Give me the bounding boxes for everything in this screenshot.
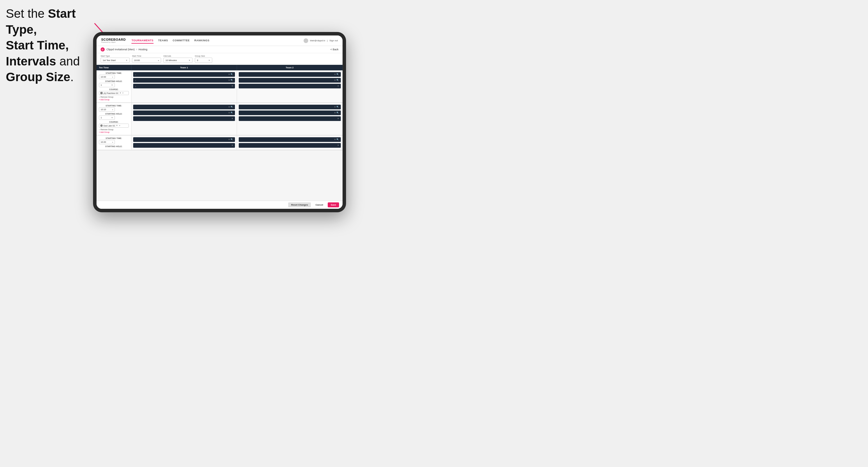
- th-team2: Team 2: [237, 65, 343, 70]
- chevron-down-icon-2: ▼: [188, 59, 190, 61]
- course-tag-1[interactable]: (A) Peachtree GC ✕ ▼: [99, 91, 129, 95]
- player-remove-icon[interactable]: ✕ 🔍: [334, 138, 339, 141]
- add-group-2[interactable]: + Add Group: [99, 131, 129, 133]
- course-icon-1: [100, 92, 103, 94]
- back-button[interactable]: < Back: [330, 48, 339, 51]
- starting-hole-input-1[interactable]: 1 ▼: [99, 83, 115, 87]
- player-remove-icon[interactable]: ✕ 🔍: [334, 112, 339, 114]
- remove-group-2[interactable]: ○ Remove Group: [99, 128, 129, 130]
- logo-text: SCOREBOARD: [101, 38, 126, 41]
- cancel-button[interactable]: Cancel: [313, 203, 326, 207]
- save-button[interactable]: Save: [328, 203, 339, 207]
- player-search-icon: ●: [135, 80, 136, 82]
- chevron-icon-hole-2: ▼: [111, 117, 113, 119]
- player-remove-icon[interactable]: ✕: [231, 118, 233, 120]
- clock-icon-2: ●: [112, 109, 113, 111]
- player-remove-icon[interactable]: ✕ 🔍: [228, 79, 233, 82]
- add-group-1[interactable]: + Add Group: [99, 99, 129, 101]
- starting-hole-input-2[interactable]: 1 ▼: [99, 116, 115, 120]
- player-row[interactable]: ● ✕ 🔍: [133, 72, 235, 77]
- player-row[interactable]: ✕: [239, 116, 341, 121]
- player-remove-icon[interactable]: ✕ 🔍: [228, 73, 233, 75]
- group-1-team2: ✕ 🔍 ✕ 🔍 ✕: [237, 70, 343, 102]
- player-remove-icon[interactable]: ✕: [231, 144, 233, 147]
- group-2-team2: ✕ 🔍 ✕ 🔍 ✕: [237, 103, 343, 135]
- chevron-down-icon: ▼: [126, 59, 128, 61]
- player-row[interactable]: ✕: [133, 143, 235, 148]
- player-remove-icon[interactable]: ✕: [337, 144, 339, 147]
- clock-icon-3: ●: [112, 141, 113, 143]
- nav-rankings[interactable]: RANKINGS: [194, 38, 209, 43]
- player-remove-icon[interactable]: ✕ 🔍: [334, 106, 339, 108]
- starting-hole-label-3: STARTING HOLE:: [99, 146, 129, 148]
- tag-chevron-1: ▼: [122, 92, 124, 94]
- start-time-label: Start Time: [132, 55, 161, 57]
- breadcrumb-section: Hosting: [138, 48, 148, 51]
- player-row[interactable]: ✕ 🔍: [133, 111, 235, 115]
- player-remove-icon[interactable]: ✕: [337, 85, 339, 87]
- player-row[interactable]: ● ✕: [133, 84, 235, 88]
- intervals-label: Intervals: [163, 55, 192, 57]
- table-row: STARTING TIME: 10:10 ● STARTING HOLE: 1 …: [97, 103, 343, 135]
- player-remove-icon[interactable]: ✕ 🔍: [228, 112, 233, 114]
- remove-tag-icon-2[interactable]: ✕: [116, 124, 118, 127]
- chevron-down-icon-3: ▼: [208, 59, 210, 61]
- starting-time-label-1: STARTING TIME:: [99, 72, 129, 74]
- starting-hole-label-2: STARTING HOLE:: [99, 113, 129, 115]
- reset-changes-button[interactable]: Reset Changes: [288, 203, 311, 207]
- navbar: SCOREBOARD Powered by clippd TOURNAMENTS…: [97, 35, 343, 46]
- player-row[interactable]: ✕ 🔍: [133, 137, 235, 142]
- group-3-team1: ✕ 🔍 ✕: [131, 135, 237, 150]
- footer-bar: Reset Changes Cancel Save: [97, 200, 343, 209]
- player-row[interactable]: ✕ 🔍: [239, 105, 341, 109]
- player-row[interactable]: ● ✕ 🔍: [133, 78, 235, 83]
- nav-teams[interactable]: TEAMS: [158, 38, 168, 43]
- sign-out-link[interactable]: Sign out: [330, 39, 338, 42]
- logo-sub: Powered by clippd: [101, 41, 126, 43]
- start-type-group: Start Type 1st Tee Start ▼: [101, 55, 130, 63]
- player-row[interactable]: ✕ 🔍: [239, 72, 341, 77]
- start-type-select[interactable]: 1st Tee Start ▼: [101, 58, 130, 63]
- nav-tournaments[interactable]: TOURNAMENTS: [131, 38, 153, 43]
- separator: |: [327, 39, 328, 42]
- group-1-team1: ● ✕ 🔍 ● ✕ 🔍 ● ✕: [131, 70, 237, 102]
- course-tag-2[interactable]: East Lake GC ✕ ▼: [99, 124, 129, 128]
- starting-hole-label-1: STARTING HOLE:: [99, 80, 129, 82]
- player-row[interactable]: ✕: [239, 84, 341, 88]
- nav-committee[interactable]: COMMITTEE: [173, 38, 190, 43]
- breadcrumb-tournament[interactable]: Clippd Invitational (Men): [106, 48, 135, 51]
- user-email: blair@clippd.io: [310, 39, 326, 42]
- player-remove-icon[interactable]: ✕ 🔍: [228, 106, 233, 108]
- player-remove-icon[interactable]: ✕: [231, 85, 233, 87]
- group-size-select[interactable]: 3 ▼: [195, 58, 212, 63]
- starting-time-input-1[interactable]: 10:00 ●: [99, 75, 115, 79]
- player-remove-icon[interactable]: ✕ 🔍: [228, 138, 233, 141]
- bold-group-size: Group Size: [6, 70, 70, 84]
- player-row[interactable]: ✕: [133, 116, 235, 121]
- starting-time-input-2[interactable]: 10:10 ●: [99, 107, 115, 112]
- settings-row: Start Type 1st Tee Start ▼ Start Time 10…: [97, 53, 343, 65]
- remove-tag-icon-1[interactable]: ✕: [120, 92, 121, 94]
- start-time-value: 10:00: [134, 59, 140, 62]
- th-team1: Team 1: [131, 65, 237, 70]
- avatar: [304, 38, 308, 43]
- player-row[interactable]: ✕: [239, 143, 341, 148]
- player-remove-icon[interactable]: ✕: [337, 118, 339, 120]
- player-row[interactable]: ✕ 🔍: [133, 105, 235, 109]
- starting-time-input-3[interactable]: 10:20 ●: [99, 140, 115, 144]
- player-row[interactable]: ✕ 🔍: [239, 111, 341, 115]
- player-row[interactable]: ✕ 🔍: [239, 137, 341, 142]
- starting-time-label-3: STARTING TIME:: [99, 137, 129, 139]
- group-3-team2: ✕ 🔍 ✕: [237, 135, 343, 150]
- start-type-value: 1st Tee Start: [103, 59, 116, 62]
- nav-right: blair@clippd.io | Sign out: [304, 38, 338, 43]
- player-remove-icon[interactable]: ✕ 🔍: [334, 73, 339, 75]
- clock-icon-1: ●: [112, 76, 113, 78]
- player-row[interactable]: ✕ 🔍: [239, 78, 341, 83]
- remove-group-1[interactable]: ○ Remove Group: [99, 96, 129, 98]
- table-row: STARTING TIME: 10:20 ● STARTING HOLE: ✕ …: [97, 135, 343, 150]
- player-remove-icon[interactable]: ✕ 🔍: [334, 79, 339, 82]
- intervals-select[interactable]: 10 Minutes ▼: [163, 58, 192, 63]
- course-icon-2: [100, 124, 103, 127]
- start-time-select[interactable]: 10:00 ●: [132, 58, 161, 63]
